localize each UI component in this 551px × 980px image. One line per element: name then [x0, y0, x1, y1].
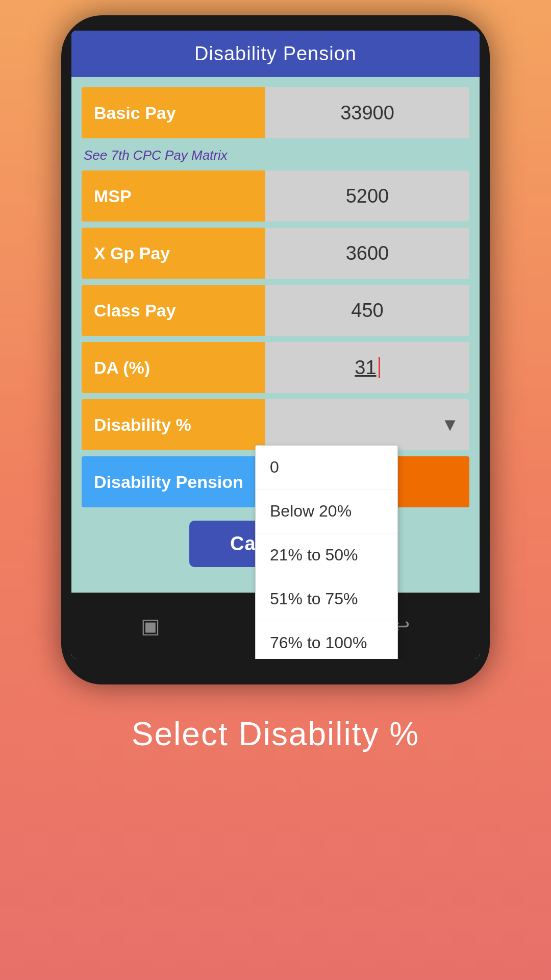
msp-value[interactable]: [265, 170, 469, 222]
dropdown-item-76to100[interactable]: 76% to 100%: [256, 621, 397, 659]
class-pay-value[interactable]: [265, 285, 469, 336]
da-input-text[interactable]: 31: [355, 357, 376, 379]
disability-row: Disability % ▼ 0 Below 20% 21% to 50% 51…: [82, 399, 469, 450]
dropdown-item-0[interactable]: 0: [256, 446, 397, 489]
dropdown-arrow-icon: ▼: [441, 414, 459, 435]
text-cursor: [379, 357, 380, 378]
phone-frame: Disability Pension Basic Pay See 7th CPC…: [61, 15, 490, 684]
msp-label: MSP: [82, 170, 265, 222]
xgp-pay-row: X Gp Pay: [82, 228, 469, 279]
xgp-pay-label: X Gp Pay: [82, 228, 265, 279]
form-area: Basic Pay See 7th CPC Pay Matrix MSP X G…: [71, 77, 480, 593]
dropdown-item-below20[interactable]: Below 20%: [256, 489, 397, 533]
msp-input[interactable]: [265, 185, 469, 207]
bottom-caption: Select Disability %: [132, 715, 419, 753]
phone-screen: Disability Pension Basic Pay See 7th CPC…: [71, 31, 480, 659]
xgp-pay-input[interactable]: [265, 242, 469, 264]
da-row: DA (%) 31: [82, 342, 469, 393]
class-pay-label: Class Pay: [82, 285, 265, 336]
basic-pay-row: Basic Pay: [82, 87, 469, 138]
basic-pay-label: Basic Pay: [82, 87, 265, 138]
app-header: Disability Pension: [71, 31, 480, 77]
msp-row: MSP: [82, 170, 469, 222]
class-pay-row: Class Pay: [82, 285, 469, 336]
xgp-pay-value[interactable]: [265, 228, 469, 279]
dropdown-item-21to50[interactable]: 21% to 50%: [256, 533, 397, 577]
disability-dropdown-menu[interactable]: 0 Below 20% 21% to 50% 51% to 75% 76% to…: [255, 445, 398, 659]
disability-dropdown-button[interactable]: ▼: [265, 399, 469, 450]
da-value[interactable]: 31: [265, 342, 469, 393]
recent-apps-button[interactable]: ▣: [141, 614, 160, 638]
dropdown-item-51to75[interactable]: 51% to 75%: [256, 577, 397, 621]
recent-apps-icon: ▣: [141, 614, 160, 638]
da-label: DA (%): [82, 342, 265, 393]
basic-pay-value[interactable]: [265, 87, 469, 138]
info-text: See 7th CPC Pay Matrix: [82, 144, 469, 166]
class-pay-input[interactable]: [265, 300, 469, 322]
basic-pay-input[interactable]: [265, 102, 469, 124]
app-title: Disability Pension: [194, 43, 357, 64]
disability-label: Disability %: [82, 399, 265, 450]
